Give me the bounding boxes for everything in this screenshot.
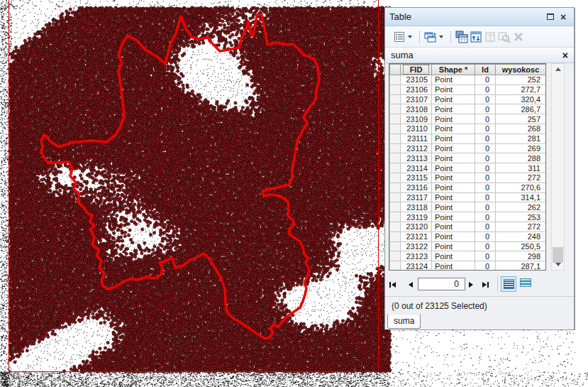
zoom-to-selected-button[interactable] [497,30,511,44]
maximize-button[interactable] [544,11,557,23]
cell: 23115 [401,173,432,182]
row-selector[interactable] [390,153,401,163]
show-selected-records-button[interactable] [520,278,531,287]
table-row[interactable]: 23120Point0272 [390,222,546,231]
table-row[interactable]: 23106Point0272,7 [390,85,546,94]
record-number-input[interactable]: 0 [418,278,465,290]
cell: 281 [496,133,546,143]
close-button[interactable]: × [557,11,570,23]
column-header-wysokosc[interactable]: wysokosc [496,65,546,75]
delete-selected-button[interactable] [511,30,526,44]
row-selector[interactable] [390,104,401,114]
table-row[interactable]: 23111Point0281 [390,133,546,143]
first-record-button[interactable] [389,278,396,291]
table-row[interactable]: 23110Point0268 [390,124,546,133]
row-selector[interactable] [390,251,401,261]
column-header-id[interactable]: Id [475,65,496,75]
table-row[interactable]: 23114Point0311 [390,163,546,173]
cell: Point [432,182,475,192]
attribute-grid[interactable]: FIDShape *Idwysokosc 23105Point025223106… [389,63,546,271]
column-header-shape[interactable]: Shape * [432,65,475,75]
clear-selection-button[interactable] [483,30,497,44]
cell: Point [432,104,475,114]
last-record-icon [487,282,489,288]
cell: 270,6 [496,182,546,192]
row-selector[interactable] [390,75,401,85]
cell: 0 [475,241,496,251]
row-selector[interactable] [390,85,401,94]
row-selector[interactable] [390,124,401,133]
cell: 287,1 [496,261,546,271]
cell: 23120 [401,222,432,231]
switch-selection-button[interactable] [469,30,483,44]
last-record-button[interactable] [482,278,489,291]
cell: 257 [496,114,546,124]
previous-record-button[interactable] [409,278,413,291]
show-all-records-button[interactable] [501,276,516,292]
attribute-table: FIDShape *Idwysokosc 23105Point025223106… [389,64,546,271]
table-row[interactable]: 23107Point0320,4 [390,94,546,104]
close-icon: × [560,12,566,22]
cell: 311 [496,163,546,173]
zoom-to-selected-icon [498,31,511,43]
cell: 272 [496,173,546,182]
sheet-close-icon[interactable]: × [562,50,568,60]
table-row[interactable]: 23109Point0257 [390,114,546,124]
next-record-button[interactable] [469,278,473,291]
cell: 23112 [401,143,432,153]
cell: 0 [475,192,496,202]
cell: Point [432,251,475,261]
row-selector[interactable] [390,222,401,231]
scroll-up-button[interactable] [552,64,564,75]
table-row[interactable]: 23122Point0250,5 [390,241,546,251]
column-header-fid[interactable]: FID [401,65,432,75]
table-row[interactable]: 23116Point0270,6 [390,182,546,192]
table-row[interactable]: 23112Point0269 [390,143,546,153]
table-options-caret-icon[interactable] [408,36,412,38]
previous-record-icon [409,282,413,288]
grid-vertical-scrollbar[interactable] [551,63,565,271]
row-selector[interactable] [390,182,401,192]
table-row[interactable]: 23124Point0287,1 [390,261,546,271]
row-selector[interactable] [390,241,401,251]
row-selector[interactable] [390,192,401,202]
table-row[interactable]: 23121Point0248 [390,231,546,241]
row-selector[interactable] [390,114,401,124]
sheet-tab-suma[interactable]: suma [387,314,421,329]
row-selector[interactable] [390,212,401,222]
cell: 272 [496,222,546,231]
select-by-attributes-button[interactable] [455,30,469,44]
cell: 0 [475,75,496,85]
cell: 23121 [401,231,432,241]
table-row[interactable]: 23105Point0252 [390,75,546,85]
cell: 248 [496,231,546,241]
row-selector[interactable] [390,94,401,104]
cell: 23107 [401,94,432,104]
cell: Point [432,143,475,153]
row-selector[interactable] [390,202,401,212]
table-window-titlebar[interactable]: Table × [385,8,574,26]
cell: 272,7 [496,85,546,94]
row-selector[interactable] [390,261,401,271]
toolbar-separator [450,31,451,43]
row-selector[interactable] [390,143,401,153]
table-row[interactable]: 23108Point0286,7 [390,104,546,114]
row-selector[interactable] [390,163,401,173]
grid-header-row: FIDShape *Idwysokosc [390,65,546,75]
table-row[interactable]: 23118Point0262 [390,202,546,212]
row-selector[interactable] [390,133,401,143]
table-row[interactable]: 23113Point0288 [390,153,546,163]
arcmap-screen: Table × [0,0,588,387]
cell: 288 [496,153,546,163]
related-tables-caret-icon[interactable] [439,36,443,38]
related-tables-button[interactable] [423,30,438,44]
table-window: Table × [384,7,575,329]
table-options-button[interactable] [392,30,406,44]
table-row[interactable]: 23115Point0272 [390,173,546,182]
table-row[interactable]: 23119Point0253 [390,212,546,222]
scroll-down-button[interactable] [552,259,564,270]
table-row[interactable]: 23117Point0314,1 [390,192,546,202]
table-row[interactable]: 23123Point0298 [390,251,546,261]
row-selector[interactable] [390,231,401,241]
row-selector[interactable] [390,173,401,182]
